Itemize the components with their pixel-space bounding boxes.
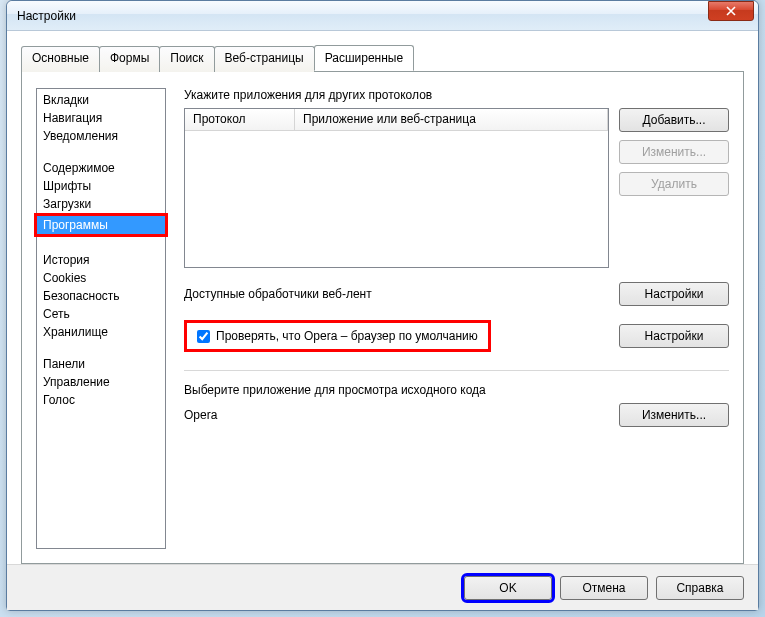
window-title: Настройки: [17, 9, 708, 23]
sidebar-item-voice[interactable]: Голос: [37, 391, 165, 409]
default-browser-label: Проверять, что Opera – браузер по умолча…: [216, 329, 478, 343]
sidebar-item-panels[interactable]: Панели: [37, 355, 165, 373]
dialog-footer: OK Отмена Справка: [7, 564, 758, 610]
cancel-button[interactable]: Отмена: [560, 576, 648, 600]
sidebar-item-notifications[interactable]: Уведомления: [37, 127, 165, 145]
tab-search[interactable]: Поиск: [159, 46, 214, 72]
close-button[interactable]: [708, 1, 754, 21]
titlebar: Настройки: [7, 1, 758, 31]
content-area: Основные Формы Поиск Веб-страницы Расшир…: [7, 31, 758, 564]
default-browser-checkbox[interactable]: [197, 330, 210, 343]
settings-window: Настройки Основные Формы Поиск Веб-стран…: [6, 0, 759, 611]
sidebar-item-storage[interactable]: Хранилище: [37, 323, 165, 341]
table-header: Протокол Приложение или веб-страница: [185, 109, 608, 131]
tab-forms[interactable]: Формы: [99, 46, 160, 72]
tab-row: Основные Формы Поиск Веб-страницы Расшир…: [21, 45, 744, 71]
source-viewer-label: Выберите приложение для просмотра исходн…: [184, 383, 729, 397]
feed-settings-button[interactable]: Настройки: [619, 282, 729, 306]
feed-handlers-label: Доступные обработчики веб-лент: [184, 287, 609, 301]
tab-basic[interactable]: Основные: [21, 46, 100, 72]
col-protocol[interactable]: Протокол: [185, 109, 295, 130]
source-viewer-value: Opera: [184, 408, 609, 422]
default-settings-button[interactable]: Настройки: [619, 324, 729, 348]
sidebar-item-management[interactable]: Управление: [37, 373, 165, 391]
add-button[interactable]: Добавить...: [619, 108, 729, 132]
sidebar-item-downloads[interactable]: Загрузки: [37, 195, 165, 213]
sidebar-item-content[interactable]: Содержимое: [37, 159, 165, 177]
close-icon: [726, 6, 736, 16]
protocols-label: Укажите приложения для других протоколов: [184, 88, 729, 102]
help-button[interactable]: Справка: [656, 576, 744, 600]
sidebar-list[interactable]: Вкладки Навигация Уведомления Содержимое…: [36, 88, 166, 549]
table-body: [185, 131, 608, 267]
col-application[interactable]: Приложение или веб-страница: [295, 109, 608, 130]
sidebar-item-programs[interactable]: Программы: [37, 216, 165, 234]
tab-panel-advanced: Вкладки Навигация Уведомления Содержимое…: [21, 71, 744, 564]
default-browser-highlight: Проверять, что Opera – браузер по умолча…: [184, 320, 491, 352]
divider: [184, 370, 729, 371]
source-change-button[interactable]: Изменить...: [619, 403, 729, 427]
sidebar-item-fonts[interactable]: Шрифты: [37, 177, 165, 195]
sidebar-item-network[interactable]: Сеть: [37, 305, 165, 323]
sidebar-item-tabs[interactable]: Вкладки: [37, 91, 165, 109]
sidebar-item-navigation[interactable]: Навигация: [37, 109, 165, 127]
tab-advanced[interactable]: Расширенные: [314, 45, 415, 71]
sidebar-item-security[interactable]: Безопасность: [37, 287, 165, 305]
protocols-table[interactable]: Протокол Приложение или веб-страница: [184, 108, 609, 268]
edit-button: Изменить...: [619, 140, 729, 164]
highlight-programs: Программы: [34, 213, 168, 237]
sidebar-item-history[interactable]: История: [37, 251, 165, 269]
sidebar-item-cookies[interactable]: Cookies: [37, 269, 165, 287]
delete-button: Удалить: [619, 172, 729, 196]
main-area: Укажите приложения для других протоколов…: [184, 88, 729, 549]
tab-webpages[interactable]: Веб-страницы: [214, 46, 315, 72]
ok-button[interactable]: OK: [464, 576, 552, 600]
